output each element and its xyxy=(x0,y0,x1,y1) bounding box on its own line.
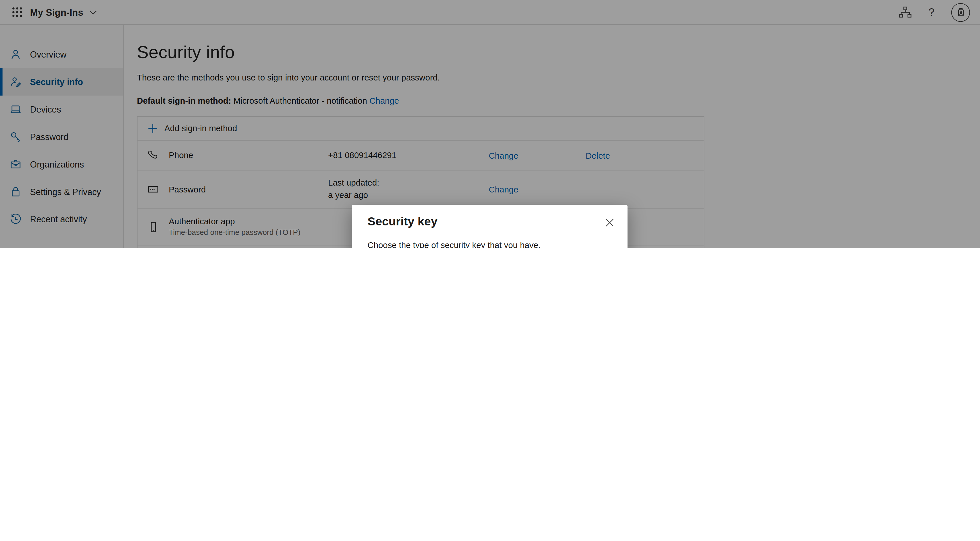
dialog-title: Security key xyxy=(368,215,612,228)
security-key-dialog: Security key Choose the type of security… xyxy=(352,205,628,248)
dialog-description: Choose the type of security key that you… xyxy=(368,241,612,248)
close-icon[interactable] xyxy=(605,217,614,227)
my-signins-app: My Sign-Ins ? xyxy=(0,0,980,248)
